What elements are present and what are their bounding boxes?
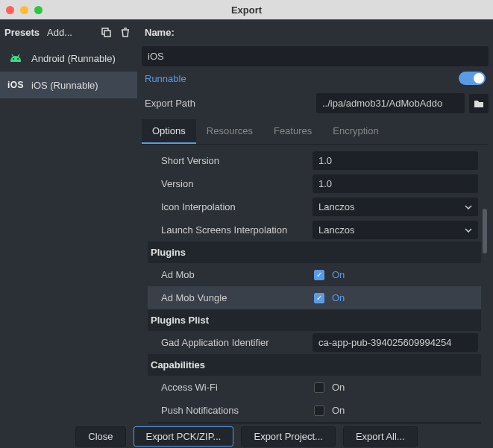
svg-line-5 [18,54,19,57]
browse-folder-icon[interactable] [469,94,489,113]
icon-interp-value: Lanczos [318,201,354,212]
presets-label: Presets [4,27,40,38]
preset-item-ios[interactable]: iOS iOS (Runnable) [0,72,137,98]
short-version-label: Short Version [155,155,313,166]
ios-icon: iOS [6,79,25,91]
icon-interp-select[interactable]: Lanczos [313,198,478,216]
add-preset-button[interactable]: Add... [44,24,94,41]
svg-point-2 [13,58,14,60]
titlebar: Export [0,0,493,19]
capabilities-header: Capabilities [148,354,481,376]
svg-line-4 [12,54,13,57]
launch-interp-label: Launch Screens Interpolation [155,224,313,236]
version-input[interactable]: 1.0 [313,174,478,193]
window-title: Export [0,4,493,16]
preset-item-label: iOS (Runnable) [31,80,98,91]
android-icon [6,52,25,64]
svg-point-3 [17,58,19,60]
options-scroll: Short Version 1.0 Version 1.0 Icon Inter… [142,149,481,424]
admob-on-label: On [332,269,345,280]
icon-interp-label: Icon Interpolation [155,201,313,212]
admob-vungle-checkbox[interactable] [314,293,324,303]
chevron-down-icon [465,228,472,233]
short-version-input[interactable]: 1.0 [313,151,478,170]
close-button[interactable]: Close [75,426,125,447]
export-project-button[interactable]: Export Project... [241,426,335,447]
runnable-label: Runnable [145,73,186,84]
tabs: Options Resources Features Encryption [142,119,489,145]
tab-resources[interactable]: Resources [196,119,263,144]
push-label: Push Notifications [155,405,313,416]
main-panel: Name: Runnable Export Path Options Resou… [137,19,493,424]
preset-item-label: Android (Runnable) [31,53,116,64]
copy-preset-icon[interactable] [98,25,113,40]
footer: Close Export PCK/ZIP... Export Project..… [0,424,493,448]
launch-interp-select[interactable]: Lanczos [313,221,478,239]
admob-vungle-label: Ad Mob Vungle [155,292,313,303]
svg-rect-1 [104,31,110,37]
export-path-label: Export Path [142,98,312,109]
chevron-down-icon [465,205,472,209]
preset-sidebar: Presets Add... Android (Runnable) iOS iO… [0,19,137,424]
plugins-header: Plugins [148,242,481,263]
push-on-label: On [332,405,345,416]
push-checkbox[interactable] [314,406,324,416]
tab-encryption[interactable]: Encryption [322,119,389,144]
tab-features[interactable]: Features [263,119,322,144]
admob-checkbox[interactable] [314,270,324,280]
gad-id-input[interactable]: ca-app-pub-394025609994254 [313,333,478,352]
admob-label: Ad Mob [155,269,313,280]
runnable-toggle[interactable] [459,72,486,85]
wifi-on-label: On [332,382,345,393]
launch-interp-value: Lanczos [318,224,354,236]
scrollbar-thumb[interactable] [483,209,487,253]
delete-preset-icon[interactable] [118,25,133,40]
tab-options[interactable]: Options [142,119,196,144]
version-label: Version [155,178,313,189]
export-all-button[interactable]: Export All... [343,426,418,447]
plugins-plist-header: Plugins Plist [148,309,481,331]
name-label: Name: [142,27,175,38]
wifi-label: Access Wi-Fi [155,382,313,393]
gad-id-label: Gad Application Identifier [155,337,313,348]
export-path-input[interactable] [316,93,465,113]
admob-vungle-on-label: On [332,292,345,303]
preset-item-android[interactable]: Android (Runnable) [0,45,137,72]
options-scrollbar[interactable] [483,149,487,424]
preset-name-input[interactable] [142,46,489,66]
userdata-header: User Data [148,422,481,424]
export-pck-button[interactable]: Export PCK/ZIP... [134,426,234,447]
wifi-checkbox[interactable] [314,382,324,393]
